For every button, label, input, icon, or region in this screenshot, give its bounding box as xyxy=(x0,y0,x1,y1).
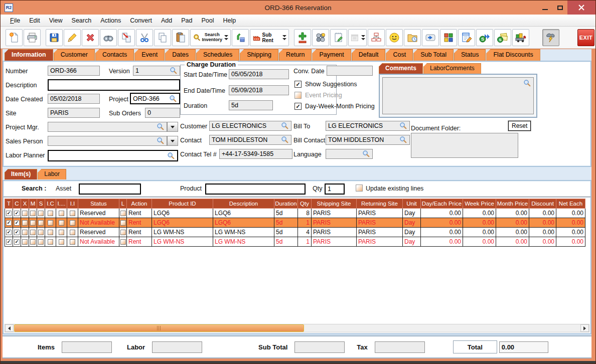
totals-tax-field[interactable] xyxy=(375,341,425,353)
row-flag-i-c[interactable] xyxy=(45,218,56,228)
cell-qty[interactable]: 1 xyxy=(298,237,312,247)
menu-add[interactable]: Add xyxy=(157,16,177,26)
unchecked-checkbox-icon[interactable] xyxy=(70,211,75,216)
version-field[interactable] xyxy=(133,66,180,76)
cell-status[interactable]: Reserved xyxy=(78,209,119,218)
cell-day-each-price[interactable]: 0.00 xyxy=(421,228,463,237)
cell-shipping-site[interactable]: PARIS xyxy=(312,209,357,218)
minimize-button[interactable] xyxy=(537,1,552,15)
sub-rent-dropdown[interactable] xyxy=(282,35,286,40)
search-inventory-dropdown[interactable] xyxy=(224,35,228,40)
find-button[interactable] xyxy=(100,29,117,46)
menu-pool[interactable]: Pool xyxy=(197,16,218,26)
language-search-icon[interactable] xyxy=(362,150,370,158)
cell-status[interactable]: Not Available xyxy=(78,218,119,228)
cell-net-each[interactable]: 0.00 xyxy=(556,237,585,247)
table-row[interactable]: ✓✓ReservedRentLGQ6LGQ65d8PARISPARISDay0.… xyxy=(5,209,585,218)
row-flag-t[interactable]: ✓ xyxy=(5,228,13,237)
cell-discount[interactable]: 0.00 xyxy=(529,228,556,237)
qty-input[interactable] xyxy=(325,184,345,195)
date-created-field[interactable] xyxy=(48,94,100,104)
row-flag-i[interactable] xyxy=(56,209,67,218)
tab-return[interactable]: Return xyxy=(279,49,312,61)
tab-labor[interactable]: Labor xyxy=(38,169,66,179)
tab-status[interactable]: Status xyxy=(454,49,486,61)
order-structure-button[interactable] xyxy=(368,29,385,46)
dwm-pricing-checkbox[interactable]: ✓ xyxy=(294,103,302,110)
cell-duration[interactable]: 5d xyxy=(274,228,298,237)
unchecked-checkbox-icon[interactable] xyxy=(48,220,53,226)
row-flag-s[interactable] xyxy=(37,209,45,218)
menu-help[interactable]: Help xyxy=(219,16,241,26)
quick-action-button[interactable] xyxy=(542,29,559,46)
column-header-unit[interactable]: Unit xyxy=(403,199,421,209)
checked-checkbox-icon[interactable]: ✓ xyxy=(14,220,20,226)
language-field[interactable] xyxy=(326,149,373,159)
total-value-field[interactable]: 0.00 xyxy=(499,341,548,353)
row-flag-x[interactable] xyxy=(21,218,29,228)
shortcut-key-button[interactable] xyxy=(422,29,439,46)
scroll-left-button[interactable] xyxy=(5,324,14,332)
cell-action[interactable]: Rent xyxy=(127,228,152,237)
column-header-t[interactable]: T xyxy=(5,199,13,209)
row-flag-c[interactable]: ✓ xyxy=(13,218,21,228)
duration-field[interactable] xyxy=(229,100,273,110)
tab-customer[interactable]: Customer xyxy=(54,49,95,61)
row-flag-c[interactable]: ✓ xyxy=(13,228,21,237)
unchecked-checkbox-icon[interactable] xyxy=(48,211,53,216)
end-date-field[interactable] xyxy=(229,85,289,95)
cell-week-price[interactable]: 0.00 xyxy=(463,237,496,247)
cell-l[interactable] xyxy=(119,209,127,218)
row-flag-t[interactable]: ✓ xyxy=(5,218,13,228)
update-existing-checkbox[interactable] xyxy=(356,185,363,192)
bill-contact-search-icon[interactable] xyxy=(399,136,407,144)
transfer-document-button[interactable] xyxy=(118,29,135,46)
column-header-qty[interactable]: Qty xyxy=(298,199,312,209)
unchecked-checkbox-icon[interactable] xyxy=(30,220,36,226)
row-flag-x[interactable] xyxy=(21,237,29,247)
sales-person-field[interactable] xyxy=(48,136,167,146)
table-row[interactable]: ✓✓Not AvailableRentLGQ6LGQ65d1PARISPARIS… xyxy=(5,218,585,228)
row-flag-i[interactable] xyxy=(56,218,67,228)
row-flag-i[interactable] xyxy=(56,228,67,237)
row-flag-m[interactable] xyxy=(29,209,37,218)
unchecked-checkbox-icon[interactable] xyxy=(70,230,75,235)
cell-discount[interactable]: 0.00 xyxy=(529,237,556,247)
row-flag-i-c[interactable] xyxy=(45,228,56,237)
totals-sub-total-field[interactable] xyxy=(294,341,345,353)
project-field[interactable] xyxy=(130,93,180,104)
project-mgr-search-icon[interactable] xyxy=(157,123,165,131)
delivery-button[interactable] xyxy=(512,29,529,46)
tab-schedules[interactable]: Schedules xyxy=(196,49,239,61)
customer-service-button[interactable] xyxy=(386,29,403,46)
print-button[interactable] xyxy=(24,29,41,46)
site-field[interactable] xyxy=(48,108,100,118)
row-flag-t[interactable]: ✓ xyxy=(5,209,13,218)
close-button[interactable] xyxy=(567,1,595,15)
column-header-l[interactable]: L xyxy=(119,199,127,209)
unchecked-checkbox-icon[interactable] xyxy=(22,239,28,245)
row-flag-s[interactable] xyxy=(37,218,45,228)
cut-button[interactable] xyxy=(136,29,153,46)
cell-day-each-price[interactable]: 0.00 xyxy=(421,209,463,218)
unchecked-checkbox-icon[interactable] xyxy=(38,239,44,245)
column-header-shipping-site[interactable]: Shipping Site xyxy=(312,199,357,209)
row-flag-m[interactable] xyxy=(29,237,37,247)
cell-net-each[interactable]: 0.00 xyxy=(556,218,585,228)
cell-day-each-price[interactable]: 0.00 xyxy=(421,237,463,247)
contact-tel-field[interactable] xyxy=(219,149,292,159)
row-flag-i-i[interactable] xyxy=(67,228,78,237)
row-flag-i-i[interactable] xyxy=(67,218,78,228)
copy-button[interactable] xyxy=(154,29,171,46)
column-header-status[interactable]: Status xyxy=(78,199,119,209)
cell-net-each[interactable]: 0.00 xyxy=(556,209,585,218)
unchecked-checkbox-icon[interactable] xyxy=(70,220,75,226)
project-mgr-dropdown[interactable] xyxy=(167,122,178,132)
cell-product-id[interactable]: LGQ6 xyxy=(152,209,213,218)
version-search-icon[interactable] xyxy=(170,67,178,75)
bill-to-search-icon[interactable] xyxy=(399,122,407,130)
inventory-blocks-button[interactable] xyxy=(440,29,457,46)
row-flag-x[interactable] xyxy=(21,228,29,237)
unchecked-checkbox-icon[interactable] xyxy=(59,230,64,235)
column-header-product-id[interactable]: Product ID xyxy=(152,199,213,209)
